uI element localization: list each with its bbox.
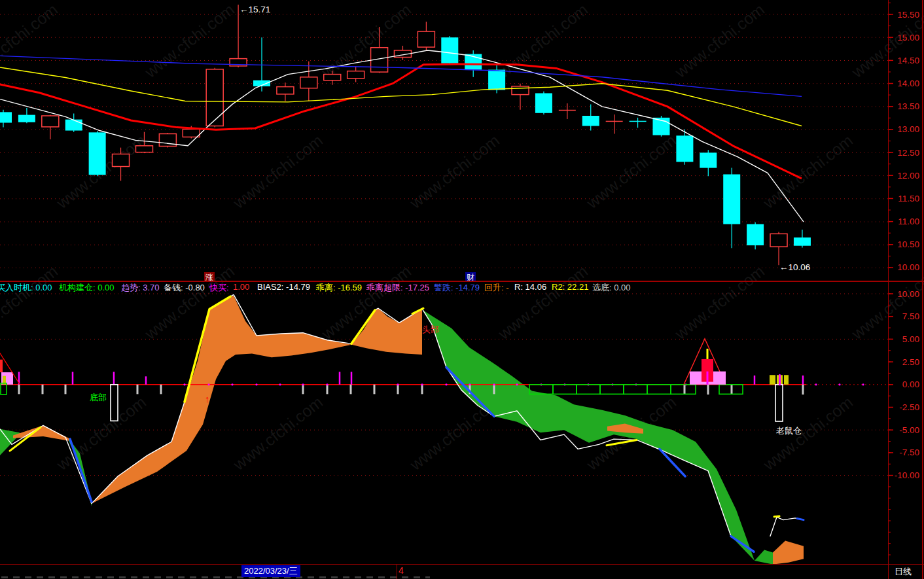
- axis-label: -2.50: [899, 402, 919, 412]
- indicator-reading: 回升: -: [484, 282, 509, 294]
- candle-body-down: [700, 152, 717, 167]
- watermark-text: www.cfchi.com: [759, 131, 856, 212]
- indicator-text-label: ↑: [205, 393, 210, 404]
- time-axis-bar[interactable]: 2022/03/23/三 4 日线: [0, 565, 924, 579]
- hollow-signal-box: [775, 385, 783, 421]
- signal-box-green: [600, 385, 624, 395]
- watermark-text: www.cfchi.com: [494, 0, 591, 81]
- indicator-bar: [770, 375, 775, 385]
- axis-label: 5.00: [902, 334, 919, 344]
- indicator-bar: [707, 372, 709, 385]
- watermark-text: www.cfchi.com: [759, 393, 856, 474]
- indicator-reading: 备钱: -0.80: [164, 282, 205, 294]
- time-axis-dashes: [1, 576, 430, 578]
- zero-dot: [231, 383, 233, 385]
- axis-label: 13.00: [897, 124, 919, 134]
- indicator-reading: R2: 22.21: [552, 282, 588, 292]
- watermark-text: www.cfchi.com: [0, 262, 61, 343]
- candle-body-up: [113, 154, 130, 166]
- indicator-panel: 底部头部老鼠仓↑: [0, 294, 888, 564]
- blue-seg: [797, 519, 804, 520]
- yellow-seg: [774, 516, 779, 517]
- candle-body-down: [18, 115, 35, 122]
- trend-ribbon-segment: [755, 550, 773, 564]
- signal-box-green: [553, 385, 577, 395]
- zero-dot: [445, 383, 447, 385]
- indicator-reading: 趋势: 3.70: [121, 282, 160, 294]
- indicator-text-label: 底部: [90, 393, 107, 402]
- bottom-bar-separator: [0, 564, 924, 565]
- candle-body-down: [535, 93, 552, 113]
- indicator-reading: 机构建仓: 0.00: [59, 282, 115, 294]
- watermark-text: www.cfchi.com: [317, 0, 414, 81]
- axis-label: 0.00: [902, 379, 919, 389]
- candle-body-down: [747, 224, 764, 245]
- zero-dot: [255, 383, 257, 385]
- indicator-reading: BIAS2: -14.79: [257, 282, 310, 292]
- axis-label: 7.50: [902, 311, 919, 321]
- zero-dot: [207, 383, 209, 385]
- indicator-reading: R: 14.06: [514, 282, 546, 292]
- axis-label: 11.50: [898, 194, 919, 203]
- candle-body-down: [488, 70, 505, 90]
- month-separator-line: [397, 565, 397, 579]
- axis-label: 10.50: [897, 239, 919, 249]
- candle-body-up: [324, 75, 341, 80]
- axis-label: -10.00: [895, 470, 919, 480]
- candle-body-up: [300, 77, 317, 88]
- zero-dot: [302, 383, 304, 385]
- axis-border-line: [888, 0, 889, 579]
- indicator-reading: 快买:: [209, 282, 229, 294]
- zero-dot: [326, 383, 328, 385]
- right-border-line: [922, 0, 923, 579]
- signal-box-green: [577, 385, 600, 395]
- candle-body-up: [206, 69, 223, 126]
- candle-body-up: [183, 129, 200, 137]
- axis-label: 11.00: [898, 217, 919, 226]
- price-annotation: ←10.06: [779, 262, 810, 272]
- zero-dot: [815, 383, 817, 385]
- month-marker: 4: [399, 565, 404, 576]
- indicator-reading: 乖离超限: -17.25: [366, 282, 429, 294]
- candle-body-up: [347, 71, 364, 79]
- axis-label: 15.00: [897, 33, 919, 43]
- zero-dot: [493, 383, 495, 385]
- zero-dot: [183, 383, 185, 385]
- candle-body-down: [676, 135, 693, 162]
- candle-body-down: [723, 174, 740, 224]
- axis-label: 10.00: [897, 262, 919, 272]
- indicator-reading: 乖离: -16.59: [316, 282, 362, 294]
- indicator-bar: [784, 375, 789, 385]
- indicator-reading: 1.00: [233, 282, 249, 292]
- zero-dot: [838, 383, 840, 385]
- axis-label: 13.50: [897, 101, 919, 111]
- candle-body-up: [277, 87, 294, 94]
- candlestick-series: [0, 5, 811, 265]
- candle-body-down: [65, 120, 82, 131]
- axis-label: 14.50: [897, 56, 919, 65]
- indicator-bar: [707, 349, 709, 359]
- candle-body-up: [135, 146, 152, 152]
- watermark-text: www.cfchi.com: [52, 393, 149, 474]
- axis-label: 10.00: [897, 289, 919, 299]
- candle-body-down: [89, 132, 106, 175]
- zero-dot: [421, 383, 423, 385]
- stock-chart-app: www.cfchi.comwww.cfchi.comwww.cfchi.comw…: [0, 0, 924, 579]
- indicator-reading: 警跌: -14.79: [434, 282, 480, 294]
- watermark-text: www.cfchi.com: [582, 131, 679, 212]
- period-label[interactable]: 日线: [895, 566, 912, 578]
- candle-body-up: [770, 234, 787, 247]
- trend-ribbon-segment: [773, 541, 804, 564]
- candle-body-up: [418, 31, 435, 47]
- indicator-reading: 买入时机: 0.00: [0, 282, 52, 294]
- signal-box-green: [671, 385, 696, 395]
- axis-label: -5.00: [899, 425, 919, 435]
- selected-date-chip[interactable]: 2022/03/23/三: [241, 565, 300, 577]
- candle-body-down: [582, 116, 599, 126]
- candle-body-down: [794, 237, 811, 246]
- indicator-reading: 选底: 0.00: [592, 282, 631, 294]
- candle-body-down: [0, 112, 12, 122]
- watermark-text: www.cfchi.com: [229, 131, 326, 212]
- watermark-text: www.cfchi.com: [229, 393, 326, 474]
- watermark-text: www.cfchi.com: [847, 262, 924, 343]
